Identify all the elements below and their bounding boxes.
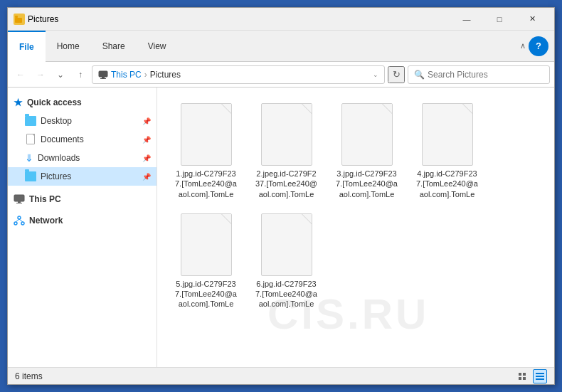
file-item[interactable]: 5.jpg.id-C279F237.[TomLee240@aaol.com].T… <box>169 209 243 314</box>
path-sep1: › <box>144 70 147 80</box>
refresh-button[interactable]: ↻ <box>388 66 405 83</box>
file-item[interactable]: 1.jpg.id-C279F237.[TomLee240@aaol.com].T… <box>169 99 243 203</box>
maximize-button[interactable]: □ <box>483 8 516 31</box>
pin-icon-desktop: 📌 <box>142 117 151 125</box>
sidebar-item-network[interactable]: Network <box>8 211 157 230</box>
sidebar-item-quick-access[interactable]: ★ Quick access <box>8 93 157 112</box>
tab-view[interactable]: View <box>137 31 178 62</box>
svg-point-10 <box>21 222 24 225</box>
search-box[interactable]: 🔍 <box>408 65 550 84</box>
title-bar-left: Pictures <box>14 14 450 25</box>
content-area: CIS.RU 1.jpg.id-C279F237.[TomLee240@aaol… <box>157 88 554 367</box>
file-icon-5 <box>181 213 232 276</box>
file-icon-4 <box>422 103 473 166</box>
pin-icon-downloads: 📌 <box>142 154 151 162</box>
dropdown-button[interactable]: ⌄ <box>52 66 69 83</box>
svg-rect-3 <box>102 77 105 78</box>
file-explorer-window: Pictures — □ ✕ File Home Share View ∧ ? … <box>7 7 555 385</box>
window-icon <box>14 14 25 25</box>
network-icon <box>14 216 25 226</box>
help-button[interactable]: ? <box>529 36 548 56</box>
svg-rect-19 <box>536 378 544 380</box>
close-button[interactable]: ✕ <box>516 8 548 31</box>
title-bar: Pictures — □ ✕ <box>8 8 554 31</box>
svg-rect-15 <box>519 377 521 380</box>
tab-share[interactable]: Share <box>91 31 137 62</box>
status-bar: 6 items <box>8 367 554 384</box>
pin-icon-pictures: 📌 <box>142 173 151 181</box>
ribbon-collapse-arrow[interactable]: ∧ <box>520 41 526 51</box>
sidebar-item-this-pc[interactable]: This PC <box>8 190 157 208</box>
address-path[interactable]: This PC › Pictures ⌄ <box>92 65 385 84</box>
sidebar-label-quick-access: Quick access <box>27 97 82 107</box>
sidebar-item-pictures[interactable]: Pictures 📌 <box>8 167 157 186</box>
title-bar-controls: — □ ✕ <box>450 8 548 31</box>
file-name-3: 3.jpg.id-C279F237.[TomLee240@aaol.com].T… <box>336 169 398 199</box>
svg-rect-1 <box>15 16 18 18</box>
sidebar-label-desktop: Desktop <box>41 116 72 126</box>
sidebar-item-desktop[interactable]: Desktop 📌 <box>8 112 157 130</box>
large-icon-view-button[interactable] <box>533 369 547 383</box>
svg-rect-5 <box>14 195 24 201</box>
svg-rect-2 <box>99 71 107 77</box>
path-pictures[interactable]: Pictures <box>150 70 181 80</box>
path-this-pc[interactable]: This PC <box>111 70 142 80</box>
sidebar: ★ Quick access Desktop 📌 Documents 📌 ⇓ <box>8 88 157 367</box>
tab-file[interactable]: File <box>8 31 46 62</box>
svg-point-9 <box>14 222 17 225</box>
sidebar-label-pictures: Pictures <box>41 171 71 181</box>
sidebar-item-documents[interactable]: Documents 📌 <box>8 130 157 149</box>
sidebar-label-network: Network <box>29 216 63 226</box>
path-dropdown-arrow[interactable]: ⌄ <box>373 71 378 78</box>
address-bar: ← → ⌄ ↑ This PC › Pictures ⌄ ↻ 🔍 <box>8 62 554 88</box>
svg-rect-17 <box>536 373 544 374</box>
pc-icon <box>14 194 25 204</box>
sidebar-label-documents: Documents <box>41 134 84 144</box>
list-view-icon <box>518 372 528 381</box>
item-count: 6 items <box>15 371 43 381</box>
file-icon-6 <box>261 213 312 276</box>
svg-rect-7 <box>16 203 22 203</box>
sidebar-item-downloads[interactable]: ⇓ Downloads 📌 <box>8 149 157 167</box>
file-item[interactable]: 4.jpg.id-C279F237.[TomLee240@aaol.com].T… <box>410 99 484 203</box>
ribbon-spacer <box>178 31 520 61</box>
search-input[interactable] <box>428 70 544 80</box>
svg-rect-0 <box>15 18 22 23</box>
forward-button[interactable]: → <box>32 66 49 83</box>
svg-line-11 <box>16 219 19 222</box>
folder-blue-icon <box>25 116 36 126</box>
file-icon-2 <box>261 103 312 166</box>
download-icon: ⇓ <box>25 152 33 164</box>
view-controls <box>516 369 547 383</box>
svg-line-12 <box>19 219 23 222</box>
svg-rect-18 <box>536 376 544 377</box>
file-item[interactable]: 3.jpg.id-C279F237.[TomLee240@aaol.com].T… <box>329 99 404 203</box>
minimize-button[interactable]: — <box>450 8 483 31</box>
main-area: ★ Quick access Desktop 📌 Documents 📌 ⇓ <box>8 88 554 367</box>
file-name-1: 1.jpg.id-C279F237.[TomLee240@aaol.com].T… <box>175 169 237 199</box>
back-button[interactable]: ← <box>12 66 29 83</box>
sidebar-label-this-pc: This PC <box>29 194 61 204</box>
svg-rect-4 <box>100 78 106 79</box>
svg-rect-16 <box>523 377 526 380</box>
up-button[interactable]: ↑ <box>72 66 89 83</box>
list-view-button[interactable] <box>516 369 530 383</box>
ribbon: File Home Share View ∧ ? <box>8 31 554 62</box>
large-icon-view-icon <box>535 372 545 381</box>
file-icon-1 <box>181 103 232 166</box>
computer-icon <box>98 70 108 79</box>
file-name-6: 6.jpg.id-C279F237.[TomLee240@aaol.com].T… <box>255 279 317 309</box>
tab-home[interactable]: Home <box>46 31 91 62</box>
window-title: Pictures <box>28 14 58 24</box>
file-item[interactable]: 2.jpeg.id-C279F237.[TomLee240@aol.com].T… <box>249 99 324 203</box>
pictures-folder-icon <box>25 171 36 181</box>
sidebar-label-downloads: Downloads <box>38 153 80 163</box>
ribbon-right: ∧ ? <box>520 31 554 61</box>
file-item[interactable]: 6.jpg.id-C279F237.[TomLee240@aaol.com].T… <box>249 209 324 314</box>
file-name-2: 2.jpeg.id-C279F237.[TomLee240@aol.com].T… <box>255 169 317 199</box>
files-grid: 1.jpg.id-C279F237.[TomLee240@aaol.com].T… <box>169 99 543 314</box>
search-icon: 🔍 <box>414 70 425 80</box>
documents-icon <box>25 134 36 145</box>
svg-point-8 <box>18 216 21 219</box>
file-name-5: 5.jpg.id-C279F237.[TomLee240@aaol.com].T… <box>175 279 237 309</box>
